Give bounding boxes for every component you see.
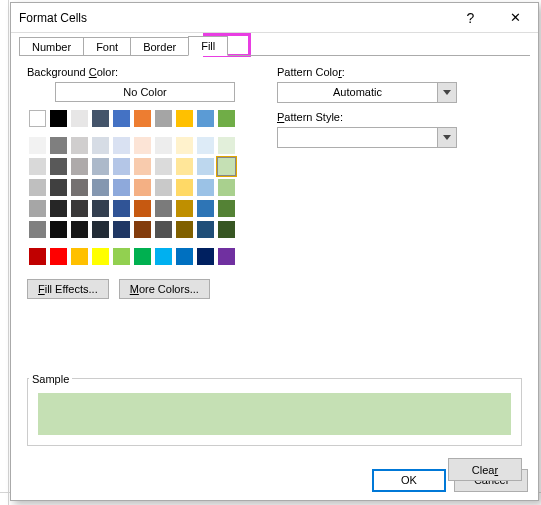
tabstrip: Number Font Border Fill <box>11 33 538 55</box>
pattern-color-label: Pattern Color: <box>277 66 522 78</box>
color-swatch[interactable] <box>155 158 172 175</box>
pattern-color-value: Automatic <box>278 83 437 102</box>
color-swatch[interactable] <box>176 221 193 238</box>
ok-button[interactable]: OK <box>372 469 446 492</box>
chevron-down-icon <box>437 83 456 102</box>
color-swatch[interactable] <box>134 200 151 217</box>
color-swatch[interactable] <box>218 179 235 196</box>
tab-number[interactable]: Number <box>19 37 84 56</box>
color-swatch[interactable] <box>113 179 130 196</box>
color-swatch[interactable] <box>92 110 109 127</box>
color-swatch[interactable] <box>50 179 67 196</box>
sample-preview <box>38 393 511 435</box>
sample-group: Sample <box>27 366 522 446</box>
color-swatch[interactable] <box>50 248 67 265</box>
color-swatch[interactable] <box>92 221 109 238</box>
color-swatch[interactable] <box>134 158 151 175</box>
color-swatch[interactable] <box>29 158 46 175</box>
clear-button[interactable]: Clear <box>448 458 522 481</box>
color-swatch[interactable] <box>71 248 88 265</box>
color-swatch[interactable] <box>29 221 46 238</box>
titlebar: Format Cells ? ✕ <box>11 3 538 33</box>
color-swatch[interactable] <box>92 137 109 154</box>
pattern-style-combo[interactable] <box>277 127 457 148</box>
color-swatch[interactable] <box>197 110 214 127</box>
sample-label: Sample <box>29 373 72 385</box>
format-cells-dialog: Format Cells ? ✕ Number Font Border Fill… <box>10 2 539 501</box>
color-swatch[interactable] <box>50 200 67 217</box>
color-swatch[interactable] <box>218 137 235 154</box>
fill-effects-button[interactable]: Fill Effects... <box>27 279 109 299</box>
color-swatch[interactable] <box>92 158 109 175</box>
color-swatch[interactable] <box>218 200 235 217</box>
color-swatch[interactable] <box>50 221 67 238</box>
pattern-style-label: Pattern Style: <box>277 111 522 123</box>
color-swatch[interactable] <box>29 110 46 127</box>
color-swatch[interactable] <box>50 137 67 154</box>
color-swatch[interactable] <box>113 200 130 217</box>
more-colors-button[interactable]: More Colors... <box>119 279 210 299</box>
color-swatch[interactable] <box>71 221 88 238</box>
color-swatch[interactable] <box>218 110 235 127</box>
color-swatch[interactable] <box>197 137 214 154</box>
color-swatch[interactable] <box>218 221 235 238</box>
help-icon[interactable]: ? <box>448 3 493 33</box>
color-swatch[interactable] <box>50 110 67 127</box>
color-swatch[interactable] <box>197 158 214 175</box>
color-swatch[interactable] <box>155 137 172 154</box>
color-swatch[interactable] <box>71 200 88 217</box>
tab-font[interactable]: Font <box>83 37 131 56</box>
color-swatch[interactable] <box>155 179 172 196</box>
color-swatch[interactable] <box>176 137 193 154</box>
color-swatch[interactable] <box>113 221 130 238</box>
color-swatch[interactable] <box>29 137 46 154</box>
no-color-button[interactable]: No Color <box>55 82 235 102</box>
color-swatch-grid <box>27 108 237 267</box>
color-swatch[interactable] <box>218 248 235 265</box>
color-swatch[interactable] <box>176 179 193 196</box>
color-swatch[interactable] <box>71 179 88 196</box>
color-swatch[interactable] <box>113 158 130 175</box>
color-swatch[interactable] <box>197 179 214 196</box>
color-swatch[interactable] <box>29 200 46 217</box>
color-swatch[interactable] <box>176 248 193 265</box>
chevron-down-icon <box>437 128 456 147</box>
color-swatch[interactable] <box>218 158 235 175</box>
color-swatch[interactable] <box>176 158 193 175</box>
color-swatch[interactable] <box>134 179 151 196</box>
color-swatch[interactable] <box>71 158 88 175</box>
pattern-style-value <box>278 128 437 147</box>
color-swatch[interactable] <box>176 110 193 127</box>
color-swatch[interactable] <box>134 221 151 238</box>
color-swatch[interactable] <box>197 200 214 217</box>
color-swatch[interactable] <box>155 110 172 127</box>
color-swatch[interactable] <box>197 221 214 238</box>
color-swatch[interactable] <box>155 200 172 217</box>
pattern-color-combo[interactable]: Automatic <box>277 82 457 103</box>
color-swatch[interactable] <box>92 179 109 196</box>
color-swatch[interactable] <box>197 248 214 265</box>
color-swatch[interactable] <box>176 200 193 217</box>
color-swatch[interactable] <box>134 248 151 265</box>
color-swatch[interactable] <box>29 248 46 265</box>
color-swatch[interactable] <box>134 110 151 127</box>
color-swatch[interactable] <box>155 248 172 265</box>
color-swatch[interactable] <box>134 137 151 154</box>
color-swatch[interactable] <box>71 137 88 154</box>
color-swatch[interactable] <box>113 248 130 265</box>
color-swatch[interactable] <box>71 110 88 127</box>
tab-content-fill: Background Color: No Color Fill Effects.… <box>19 55 530 460</box>
tab-border[interactable]: Border <box>130 37 189 56</box>
close-icon[interactable]: ✕ <box>493 3 538 33</box>
color-swatch[interactable] <box>92 200 109 217</box>
background-color-label: Background Color: <box>27 66 247 78</box>
color-swatch[interactable] <box>155 221 172 238</box>
dialog-title: Format Cells <box>19 11 448 25</box>
color-swatch[interactable] <box>92 248 109 265</box>
tab-fill[interactable]: Fill <box>188 36 228 56</box>
color-swatch[interactable] <box>113 110 130 127</box>
color-swatch[interactable] <box>50 158 67 175</box>
color-swatch[interactable] <box>29 179 46 196</box>
color-swatch[interactable] <box>113 137 130 154</box>
